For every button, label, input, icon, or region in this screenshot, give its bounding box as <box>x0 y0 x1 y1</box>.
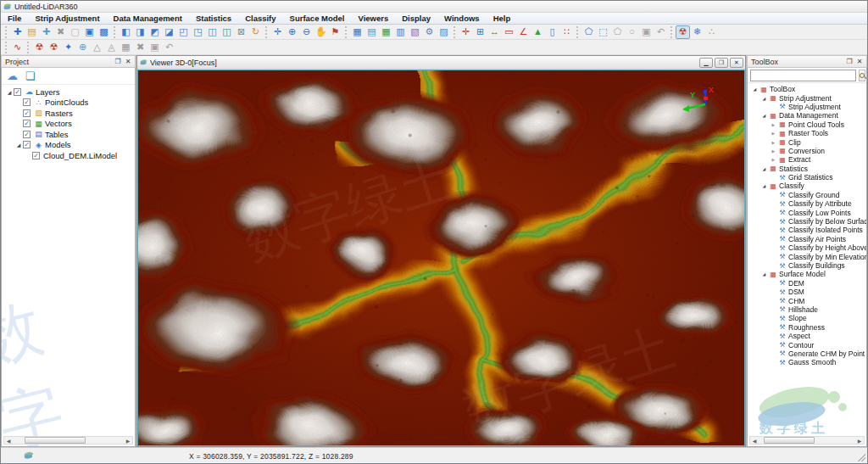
checkbox-cloud-dem-limodel[interactable]: ✓ <box>32 152 40 159</box>
save-button[interactable]: ▣ <box>82 25 97 39</box>
tree-item-strip-adjustment[interactable]: ◢▦Strip Adjustment <box>748 93 866 102</box>
view-left-button[interactable]: ◩ <box>147 25 162 39</box>
tree-item-extract[interactable]: ▶▦Extract <box>748 155 866 164</box>
tree-item-classify-by-below-surface[interactable]: ⚒Classify by Below Surface <box>748 217 866 226</box>
scroll-left-icon[interactable]: ◀ <box>750 438 759 444</box>
book-view-2-button[interactable]: ◫ <box>220 25 234 39</box>
tree-item-classify-isolated-points[interactable]: ⚒Classify Isolated Points <box>748 226 866 234</box>
classify-interactive-button[interactable]: ☢ <box>47 41 61 54</box>
grid-view-button[interactable]: ▦ <box>119 41 133 54</box>
project-hscrollbar[interactable]: ◀ ▶ <box>3 436 133 444</box>
tree-item-hillshade[interactable]: ⚒Hillshade <box>748 305 866 314</box>
menu-strip-adjustment[interactable]: Strip Adjustment <box>28 13 106 24</box>
remove-class-button[interactable]: ✖ <box>133 41 147 54</box>
book-view-1-button[interactable]: ◫ <box>205 25 220 39</box>
viewer-2d-button[interactable]: ▦ <box>350 25 364 39</box>
tree-item-slope[interactable]: ⚒Slope <box>748 314 866 322</box>
collapse-icon[interactable]: ◢ <box>760 271 768 277</box>
cross-section-button[interactable]: ✛ <box>459 25 473 39</box>
tin-view-button[interactable]: △ <box>90 41 104 54</box>
zoom-extent-button[interactable]: ✛ <box>270 25 285 39</box>
tree-item-classify-by-height-above-ground[interactable]: ⚒Classify by Height Above Ground <box>748 243 866 252</box>
view-top-button[interactable]: ◧ <box>119 25 133 39</box>
menu-data-management[interactable]: Data Management <box>107 13 189 24</box>
viewer-3d-button[interactable]: ▦ <box>379 25 393 39</box>
collapse-icon[interactable]: ◢ <box>5 89 14 95</box>
collapse-icon[interactable]: ◢ <box>760 166 768 171</box>
tree-item-data-management[interactable]: ◢▦Data Management <box>748 111 866 120</box>
measure-distance-button[interactable]: ↔ <box>487 25 502 39</box>
expand-icon[interactable]: ▶ <box>770 131 777 136</box>
save-selection-button[interactable]: ▣ <box>639 25 654 39</box>
project-scroll-thumb[interactable] <box>25 437 86 444</box>
project-float-button[interactable]: ❐ <box>113 57 123 66</box>
save-as-button[interactable]: ▩ <box>97 25 111 39</box>
add-item-button[interactable]: ✚ <box>39 25 53 39</box>
expand-icon[interactable]: ▶ <box>770 122 777 127</box>
select-polygon-button[interactable]: ⬠ <box>581 25 596 39</box>
tree-item-gauss-smooth[interactable]: ⚒Gauss Smooth <box>748 358 866 366</box>
checkbox-tables[interactable]: ✓ <box>23 131 31 138</box>
layer-stack-button[interactable]: ❏ <box>23 70 37 83</box>
tree-item-clip[interactable]: ▶▦Clip <box>748 137 866 146</box>
expand-icon[interactable]: ▶ <box>770 140 777 145</box>
select-circle-button[interactable]: ○ <box>625 25 639 39</box>
select-rectangle-button[interactable]: ⬚ <box>596 25 610 39</box>
tree-item-classify-low-points[interactable]: ⚒Classify Low Points <box>748 208 866 216</box>
tree-item-classify-by-min-elevation[interactable]: ⚒Classify by Min Elevation <box>748 252 866 260</box>
tree-item-grid-statistics[interactable]: ⚒Grid Statistics <box>748 173 866 182</box>
pan-button[interactable]: ✋ <box>314 25 328 39</box>
collapse-icon[interactable]: ◢ <box>751 87 759 92</box>
tree-item-raster-tools[interactable]: ▶▦Raster Tools <box>748 129 866 137</box>
zoom-out-button[interactable]: ⊖ <box>299 25 314 39</box>
menu-file[interactable]: File <box>1 13 28 24</box>
toolbox-float-button[interactable]: ❐ <box>844 57 854 66</box>
tree-item-tables[interactable]: ✓▤Tables <box>2 129 135 140</box>
rotate-view-button[interactable]: ↻ <box>248 25 263 39</box>
class-points-button[interactable]: ∴ <box>704 25 719 39</box>
toolbox-hscrollbar[interactable]: ◀ ▶ <box>749 436 865 444</box>
viewer-titlebar[interactable]: Viewer 3D-0[Focus] ▁ ❐ ✕ <box>137 56 745 70</box>
scroll-right-icon[interactable]: ▶ <box>124 438 132 444</box>
open-file-button[interactable]: ▤ <box>25 25 39 39</box>
measure-density-button[interactable]: ∷ <box>559 25 574 39</box>
collapse-icon[interactable]: ◢ <box>760 113 768 118</box>
view-right-button[interactable]: ◪ <box>162 25 176 39</box>
scroll-right-icon[interactable]: ▶ <box>855 438 864 444</box>
checkbox-rasters[interactable]: ✓ <box>23 109 31 117</box>
tree-item-conversion[interactable]: ▶▦Conversion <box>748 147 866 155</box>
tree-item-chm[interactable]: ⚒CHM <box>748 296 866 305</box>
expand-icon[interactable]: ▶ <box>770 157 777 162</box>
measure-angle-button[interactable]: ∠ <box>516 25 531 39</box>
view-back-button[interactable]: ◳ <box>191 25 205 39</box>
tree-item-classify[interactable]: ◢▦Classify <box>748 182 866 190</box>
viewer-effects-button[interactable]: ▤ <box>364 25 379 39</box>
toolbox-search-button[interactable] <box>859 70 865 81</box>
viewer-close-button[interactable]: ✕ <box>730 58 743 68</box>
tree-item-statistics[interactable]: ◢▦Statistics <box>748 165 866 173</box>
tree-item-contour[interactable]: ⚒Contour <box>748 340 866 349</box>
measure-volume-button[interactable]: ▯ <box>545 25 559 39</box>
checkbox-models[interactable]: ✓ <box>23 141 31 148</box>
tree-item-classify-buildings[interactable]: ⚒Classify Buildings <box>748 261 866 270</box>
tree-item-layers[interactable]: ◢✓☁Layers <box>2 87 135 98</box>
classify-wheel-button[interactable]: ☢ <box>32 41 47 54</box>
tree-item-cloud-dem-limodel[interactable]: ✓Cloud_DEM.LiModel <box>2 150 135 161</box>
tree-item-strip-adjustment[interactable]: ⚒Strip Adjustment <box>748 103 866 111</box>
undo-class-button[interactable]: ↶ <box>162 41 176 54</box>
select-class-button[interactable]: ✦ <box>61 41 75 54</box>
bounding-box-button[interactable]: ⊠ <box>234 25 248 39</box>
menu-viewers[interactable]: Viewers <box>352 13 396 24</box>
menu-windows[interactable]: Windows <box>437 13 487 24</box>
viewer-minimize-button[interactable]: ▁ <box>699 58 713 68</box>
tree-item-point-cloud-tools[interactable]: ▶▦Point Cloud Tools <box>748 120 866 129</box>
collapse-icon[interactable]: ◢ <box>760 96 768 101</box>
view-front-button[interactable]: ◰ <box>176 25 191 39</box>
tree-item-aspect[interactable]: ⚒Aspect <box>748 332 866 340</box>
tree-item-surface-model[interactable]: ◢▦Surface Model <box>748 270 866 278</box>
tree-item-classify-by-attribute[interactable]: ⚒Classify by Attribute <box>748 199 866 208</box>
add-point-cloud-button[interactable]: ☁ <box>5 70 19 83</box>
project-close-button[interactable]: ✕ <box>123 57 133 66</box>
measure-area-button[interactable]: ▭ <box>502 25 516 39</box>
collapse-icon[interactable]: ◢ <box>14 142 23 148</box>
